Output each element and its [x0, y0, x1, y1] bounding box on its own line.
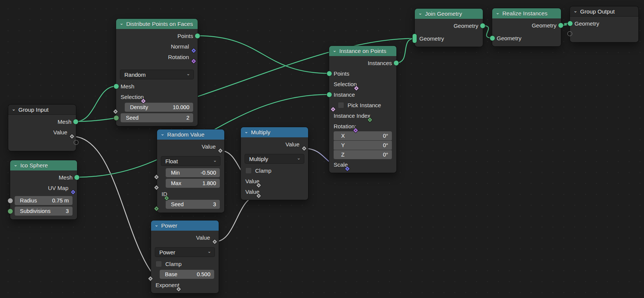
row-value2: Value [241, 186, 308, 197]
field-radius[interactable]: Radius0.75 m [15, 196, 73, 205]
socket-geometry-out[interactable] [480, 23, 485, 29]
collapse-chevron-icon[interactable]: ⌄ [14, 163, 18, 167]
subdivisions-field-label: Subdivisions [20, 208, 50, 214]
row-base: Base0.500 [151, 269, 219, 280]
value-label: Value [286, 141, 299, 147]
row-instance-index: Instance Index [329, 110, 396, 121]
value-label: Value [196, 234, 210, 241]
collapse-chevron-icon[interactable]: ⌄ [160, 132, 165, 136]
collapse-chevron-icon[interactable]: ⌄ [154, 223, 159, 227]
row-mesh: Mesh [8, 116, 76, 127]
collapse-chevron-icon[interactable]: ⌄ [119, 21, 124, 25]
node-title: Join Geometry [425, 11, 462, 17]
field-base[interactable]: Base0.500 [160, 270, 214, 279]
node-group-output[interactable]: ⌄Group OutputGeometry [570, 6, 638, 42]
node-header[interactable]: ⌄Random Value [157, 129, 224, 140]
socket-mesh[interactable] [74, 175, 80, 180]
node-body: ValuePower⌄ClampBase0.500Exponent [151, 231, 219, 293]
collapse-chevron-icon[interactable]: ⌄ [333, 49, 337, 52]
checkbox-pick-instance[interactable] [338, 102, 344, 108]
checkbox-clamp[interactable] [245, 167, 252, 174]
dropdown-value: Random [124, 71, 146, 78]
dropdown-operation[interactable]: Power⌄ [155, 247, 215, 257]
collapse-chevron-icon[interactable]: ⌄ [418, 11, 422, 15]
node-ico-sphere[interactable]: ⌄Ico SphereMeshUV MapRadius0.75 mSubdivi… [10, 160, 77, 219]
node-body: ValueMultiply⌄ClampValueValue [241, 137, 308, 200]
field-max[interactable]: Max1.800 [166, 179, 220, 188]
node-wire[interactable] [396, 38, 415, 63]
field-density[interactable]: Density10.000 [125, 103, 193, 112]
node-header[interactable]: ⌄Distribute Points on Faces [116, 19, 198, 29]
socket-field-dot [193, 50, 194, 51]
field-seed[interactable]: Seed2 [121, 113, 193, 122]
socket-virtual[interactable] [74, 140, 79, 145]
socket-seed[interactable] [113, 115, 119, 121]
density-field-value: 10.000 [173, 104, 189, 110]
socket-subdivisions[interactable] [8, 208, 13, 214]
socket-instances[interactable] [393, 60, 399, 66]
socket-field-dot [303, 147, 305, 149]
field-rotation-xyz-x[interactable]: X0° [334, 131, 392, 140]
dropdown-operation[interactable]: Multiply⌄ [245, 154, 304, 164]
dropdown-data-type[interactable]: Float⌄ [161, 156, 221, 166]
socket-points[interactable] [195, 33, 200, 39]
points-label: Points [334, 70, 349, 77]
node-realize-instances[interactable]: ⌄Realize InstancesGeometryGeometry [492, 8, 561, 46]
node-wire[interactable] [198, 36, 330, 73]
field-rotation-xyz-y[interactable]: Y0° [334, 141, 392, 150]
checkbox-clamp[interactable] [156, 261, 162, 267]
collapse-chevron-icon[interactable]: ⌄ [496, 11, 500, 15]
dropdown-distribution-method[interactable]: Random⌄ [120, 70, 194, 79]
collapse-chevron-icon[interactable]: ⌄ [12, 107, 16, 111]
socket-geometry[interactable] [567, 21, 573, 26]
axis-value: 0° [383, 142, 388, 148]
node-header[interactable]: ⌄Instance on Points [329, 46, 396, 56]
row-clamp: Clamp [151, 258, 219, 269]
row-rotation: Rotation: [329, 121, 396, 131]
socket-field-dot [355, 87, 357, 89]
node-header[interactable]: ⌄Group Output [570, 6, 638, 17]
node-instance-on-points[interactable]: ⌄Instance on PointsInstancesPointsSelect… [329, 46, 396, 173]
node-power[interactable]: ⌄PowerValuePower⌄ClampBase0.500Exponent [151, 220, 219, 293]
node-header[interactable]: ⌄Ico Sphere [10, 160, 77, 170]
socket-mesh[interactable] [73, 119, 79, 125]
collapse-chevron-icon[interactable]: ⌄ [573, 9, 577, 13]
row-pick-instance: Pick Instance [329, 100, 396, 110]
socket-radius[interactable] [8, 198, 13, 204]
socket-mesh[interactable] [113, 84, 119, 89]
socket-points[interactable] [327, 71, 332, 76]
node-header[interactable]: ⌄Group Input [8, 105, 76, 115]
row-points: Points [116, 30, 198, 41]
node-header[interactable]: ⌄Power [151, 220, 219, 231]
node-wire[interactable] [76, 86, 116, 122]
socket-geometry-out[interactable] [558, 23, 564, 28]
socket-instance[interactable] [327, 92, 332, 97]
node-distribute-points[interactable]: ⌄Distribute Points on FacesPointsNormalR… [116, 19, 198, 126]
socket-geometry-in[interactable] [490, 35, 495, 41]
socket-field-dot [71, 135, 73, 137]
node-multiply[interactable]: ⌄MultiplyValueMultiply⌄ClampValueValue [241, 127, 308, 200]
seed-field-label: Seed [126, 115, 139, 121]
socket-field-dot [150, 278, 151, 279]
field-min[interactable]: Min-0.500 [166, 168, 220, 177]
collapse-chevron-icon[interactable]: ⌄ [244, 130, 248, 134]
field-subdivisions[interactable]: Subdivisions3 [15, 207, 73, 216]
node-join-geometry[interactable]: ⌄Join GeometryGeometryGeometry [415, 9, 483, 47]
socket-geometry-in[interactable] [412, 33, 417, 43]
node-header[interactable]: ⌄Realize Instances [492, 8, 561, 18]
node-random-value[interactable]: ⌄Random ValueValueFloat⌄Min-0.500Max1.80… [157, 129, 224, 213]
node-editor-canvas[interactable]: ⌄Group InputMeshValue⌄Ico SphereMeshUV M… [0, 0, 644, 298]
node-body: MeshValue [8, 115, 76, 151]
node-body: GeometryGeometry [492, 18, 561, 46]
node-group-input[interactable]: ⌄Group InputMeshValue [8, 105, 76, 151]
scale-label: Scale [334, 161, 348, 168]
socket-virtual[interactable] [567, 31, 572, 36]
row-distribution-method: Random⌄ [116, 68, 198, 81]
row-exponent: Exponent [151, 280, 219, 290]
field-seed[interactable]: Seed3 [166, 200, 220, 209]
node-header[interactable]: ⌄Multiply [241, 127, 308, 137]
chevron-down-icon: ⌄ [186, 71, 190, 76]
field-rotation-xyz-z[interactable]: Z0° [334, 150, 392, 159]
node-header[interactable]: ⌄Join Geometry [415, 9, 483, 19]
instance-index-label: Instance Index [334, 113, 370, 119]
